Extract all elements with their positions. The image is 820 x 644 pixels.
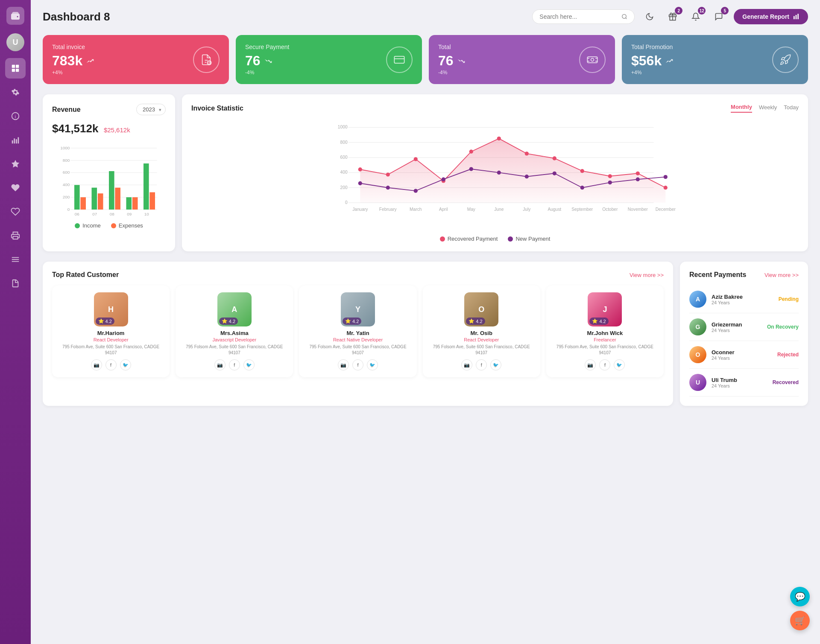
message-badge: 5 <box>721 7 729 15</box>
payment-age-2: 24 Years <box>712 356 772 361</box>
search-input[interactable] <box>539 13 618 20</box>
sidebar-item-heart[interactable] <box>5 178 26 198</box>
bottom-row: Top Rated Customer View more >> H ⭐ 4.2 … <box>43 262 808 406</box>
instagram-icon-2[interactable]: 📷 <box>338 359 349 370</box>
gift-button[interactable]: 2 <box>665 9 681 25</box>
year-select[interactable]: 202320222021 <box>136 104 166 115</box>
revenue-secondary-amount: $25,612k <box>104 126 130 134</box>
svg-text:400: 400 <box>63 182 70 187</box>
facebook-icon-4[interactable]: f <box>599 359 610 370</box>
payment-info-0: Aziz Bakree 24 Years <box>712 294 773 305</box>
payment-age-1: 24 Years <box>712 328 762 333</box>
instagram-icon-4[interactable]: 📷 <box>585 359 596 370</box>
customers-view-more[interactable]: View more >> <box>630 272 664 278</box>
svg-point-85 <box>358 181 362 185</box>
doc-icon <box>11 279 20 288</box>
svg-rect-45 <box>74 185 80 210</box>
svg-text:07: 07 <box>92 212 97 216</box>
fab-support[interactable]: 💬 <box>790 587 810 606</box>
svg-text:February: February <box>379 207 397 212</box>
list-item: G Griezerman 24 Years On Recovery <box>689 313 799 341</box>
stat-cards: Total invoice 783k +4% <box>43 35 808 84</box>
gift-icon <box>668 12 677 21</box>
svg-text:0: 0 <box>67 207 70 212</box>
revenue-amounts: $41,512k $25,612k <box>52 122 166 135</box>
stat-card-left-promotion: Total Promotion $56k +4% <box>631 44 674 76</box>
stat-icon-invoice <box>193 47 220 73</box>
header-right: 2 12 5 Generate Report <box>532 9 808 25</box>
sidebar-item-dashboard[interactable] <box>5 58 26 79</box>
floating-buttons: 💬 🛒 <box>790 587 810 630</box>
customer-avatar-2: Y ⭐ 4.2 <box>341 292 375 326</box>
sidebar-item-doc[interactable] <box>5 273 26 294</box>
tab-monthly[interactable]: Monthly <box>731 104 752 113</box>
messages-button[interactable]: 5 <box>711 9 727 25</box>
svg-text:600: 600 <box>63 170 70 175</box>
svg-text:10: 10 <box>144 212 149 216</box>
svg-text:November: November <box>628 207 648 212</box>
sidebar-item-info[interactable]: i <box>5 106 26 126</box>
sidebar-item-print[interactable] <box>5 225 26 246</box>
payments-view-more[interactable]: View more >> <box>764 272 799 278</box>
svg-rect-8 <box>12 140 13 143</box>
payment-status-0: Pending <box>779 296 799 302</box>
svg-text:January: January <box>352 207 368 212</box>
svg-rect-20 <box>796 15 797 19</box>
rating-badge-3: ⭐ 4.2 <box>466 318 485 325</box>
recent-payments-card: Recent Payments View more >> A Aziz Bakr… <box>680 262 808 406</box>
payment-status-3: Recovered <box>773 379 799 385</box>
grid-icon <box>11 64 20 73</box>
notifications-button[interactable]: 12 <box>688 9 704 25</box>
twitter-icon-3[interactable]: 🐦 <box>490 359 501 370</box>
payment-info-3: Uli Trumb 24 Years <box>712 377 767 388</box>
svg-rect-48 <box>98 193 103 210</box>
recent-payments-title: Recent Payments <box>689 271 746 279</box>
svg-rect-9 <box>14 138 15 143</box>
svg-text:August: August <box>548 207 561 212</box>
sidebar-item-star[interactable] <box>5 154 26 174</box>
customer-address-0: 795 Folsom Ave, Suite 600 San Francisco,… <box>57 344 164 356</box>
payment-avatar-placeholder-1: G <box>689 318 706 335</box>
legend-new-payment: New Payment <box>508 236 550 242</box>
chat-icon <box>715 12 723 21</box>
stat-value-invoice: 783k <box>52 53 94 69</box>
dark-mode-toggle[interactable] <box>641 9 658 25</box>
instagram-icon-0[interactable]: 📷 <box>91 359 102 370</box>
tab-today[interactable]: Today <box>784 104 799 112</box>
customer-cards: H ⭐ 4.2 Mr.Hariom React Developer 795 Fo… <box>52 286 664 377</box>
sidebar-item-settings[interactable] <box>5 82 26 102</box>
customer-name-2: Mr. Yatin <box>304 330 411 336</box>
customer-role-1: Javascript Developer <box>181 337 288 342</box>
fab-cart[interactable]: 🛒 <box>790 611 810 630</box>
twitter-icon-0[interactable]: 🐦 <box>120 359 131 370</box>
generate-report-button[interactable]: Generate Report <box>734 9 808 24</box>
customer-name-0: Mr.Hariom <box>57 330 164 336</box>
invoice-title: Invoice Statistic <box>191 105 243 112</box>
instagram-icon-3[interactable]: 📷 <box>461 359 472 370</box>
sidebar-item-menu[interactable] <box>5 249 26 270</box>
svg-point-84 <box>664 186 668 189</box>
facebook-icon-3[interactable]: f <box>476 359 487 370</box>
facebook-icon-1[interactable]: f <box>229 359 240 370</box>
revenue-card-header: Revenue 202320222021 <box>52 104 166 115</box>
revenue-bar-chart: 1000 800 600 400 200 0 <box>52 140 166 217</box>
svg-text:0: 0 <box>345 200 348 205</box>
chart-icon <box>11 135 20 145</box>
payment-age-0: 24 Years <box>712 300 773 305</box>
stat-value-payment: 76 <box>245 53 290 69</box>
sidebar-item-analytics[interactable] <box>5 130 26 150</box>
payment-name-0: Aziz Bakree <box>712 294 773 300</box>
svg-point-91 <box>525 175 529 178</box>
twitter-icon-1[interactable]: 🐦 <box>243 359 255 370</box>
instagram-icon-1[interactable]: 📷 <box>214 359 226 370</box>
heart2-icon <box>11 207 20 216</box>
tab-weekly[interactable]: Weekly <box>759 104 777 112</box>
twitter-icon-4[interactable]: 🐦 <box>614 359 625 370</box>
search-box <box>532 9 635 24</box>
svg-point-80 <box>553 156 556 160</box>
twitter-icon-2[interactable]: 🐦 <box>367 359 378 370</box>
facebook-icon-0[interactable]: f <box>105 359 117 370</box>
facebook-icon-2[interactable]: f <box>352 359 363 370</box>
sidebar-item-heart2[interactable] <box>5 201 26 222</box>
avatar[interactable]: U <box>6 33 24 51</box>
